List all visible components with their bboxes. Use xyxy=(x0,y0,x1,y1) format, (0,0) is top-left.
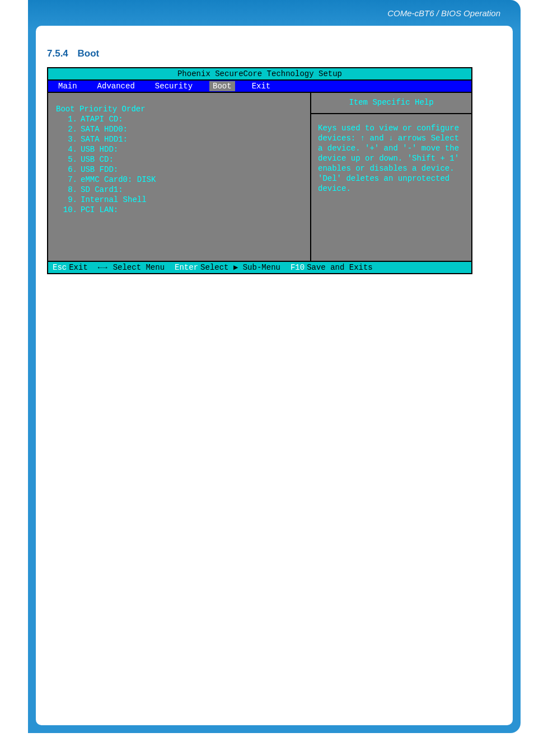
boot-item-9[interactable]: 9.Internal Shell xyxy=(56,195,302,205)
boot-item-num: 3. xyxy=(56,134,77,144)
footer-key-esc: Esc xyxy=(53,262,67,273)
bios-menu-advanced[interactable]: Advanced xyxy=(97,81,135,91)
boot-item-num: 2. xyxy=(56,124,77,134)
bios-left-pane: Boot Priority Order 1.ATAPI CD: 2.SATA H… xyxy=(48,93,311,261)
footer-arrows-icon: ←→ xyxy=(98,262,107,273)
boot-item-num: 8. xyxy=(56,185,77,195)
bios-help-pane: Item Specific Help Keys used to view or … xyxy=(311,93,471,261)
boot-item-2[interactable]: 2.SATA HDD0: xyxy=(56,124,302,134)
boot-item-label: USB FDD: xyxy=(81,165,118,174)
boot-item-3[interactable]: 3.SATA HDD1: xyxy=(56,134,302,144)
footer-label-select-menu: Select Menu xyxy=(113,262,165,273)
bios-menu-exit[interactable]: Exit xyxy=(252,81,271,91)
page-number: 88 xyxy=(53,732,75,741)
breadcrumb: COMe-cBT6 / BIOS Operation xyxy=(387,8,500,18)
boot-item-6[interactable]: 6.USB FDD: xyxy=(56,165,302,175)
boot-item-8[interactable]: 8.SD Card1: xyxy=(56,185,302,195)
boot-item-label: Internal Shell xyxy=(81,195,147,204)
bios-help-title: Item Specific Help xyxy=(311,93,471,114)
content-card: 7.5.4 Boot Phoenix SecureCore Technology… xyxy=(36,26,513,725)
boot-item-5[interactable]: 5.USB CD: xyxy=(56,154,302,165)
boot-item-label: ATAPI CD: xyxy=(81,115,123,124)
footer-key-f10: F10 xyxy=(291,262,305,273)
boot-item-num: 6. xyxy=(56,165,77,175)
page-header: COMe-cBT6 / BIOS Operation xyxy=(28,0,521,26)
bios-menu-boot[interactable]: Boot xyxy=(209,81,235,91)
section-heading: 7.5.4 Boot xyxy=(47,48,496,59)
bios-body: Boot Priority Order 1.ATAPI CD: 2.SATA H… xyxy=(48,93,471,261)
boot-item-num: 9. xyxy=(56,195,77,205)
boot-item-label: PCI LAN: xyxy=(81,205,118,214)
boot-item-7[interactable]: 7.eMMC Card0: DISK xyxy=(56,175,302,185)
bios-screenshot: Phoenix SecureCore Technology Setup Main… xyxy=(47,67,472,274)
section-number: 7.5.4 xyxy=(47,48,68,59)
boot-item-label: eMMC Card0: DISK xyxy=(81,175,156,184)
footer-label-save: Save and Exits xyxy=(307,262,373,273)
boot-item-label: USB CD: xyxy=(81,155,114,164)
bios-menu-security[interactable]: Security xyxy=(155,81,193,91)
bios-menu-bar: Main Advanced Security Boot Exit xyxy=(48,81,471,93)
boot-priority-heading: Boot Priority Order xyxy=(56,104,302,114)
boot-item-label: USB HDD: xyxy=(81,145,118,154)
section-title: Boot xyxy=(78,48,100,59)
boot-item-num: 10. xyxy=(56,205,77,215)
footer-label-exit: Exit xyxy=(69,262,88,273)
boot-item-num: 1. xyxy=(56,114,77,124)
boot-item-num: 4. xyxy=(56,144,77,154)
boot-item-4[interactable]: 4.USB HDD: xyxy=(56,144,302,154)
boot-item-label: SATA HDD0: xyxy=(81,125,128,134)
boot-item-10[interactable]: 10.PCI LAN: xyxy=(56,205,302,215)
bios-menu-main[interactable]: Main xyxy=(58,81,77,91)
boot-item-1[interactable]: 1.ATAPI CD: xyxy=(56,114,302,124)
bios-footer-bar: Esc Exit ←→ Select Menu Enter Select ▶ S… xyxy=(48,261,471,273)
boot-item-label: SATA HDD1: xyxy=(81,135,128,144)
boot-item-num: 7. xyxy=(56,175,77,185)
boot-item-num: 5. xyxy=(56,154,77,165)
footer-key-enter: Enter xyxy=(175,262,198,273)
bios-help-body: Keys used to view or configure devices: … xyxy=(311,114,471,198)
bios-title-bar: Phoenix SecureCore Technology Setup xyxy=(48,68,471,81)
boot-item-label: SD Card1: xyxy=(81,185,123,194)
footer-label-submenu: Select ▶ Sub-Menu xyxy=(200,262,280,273)
